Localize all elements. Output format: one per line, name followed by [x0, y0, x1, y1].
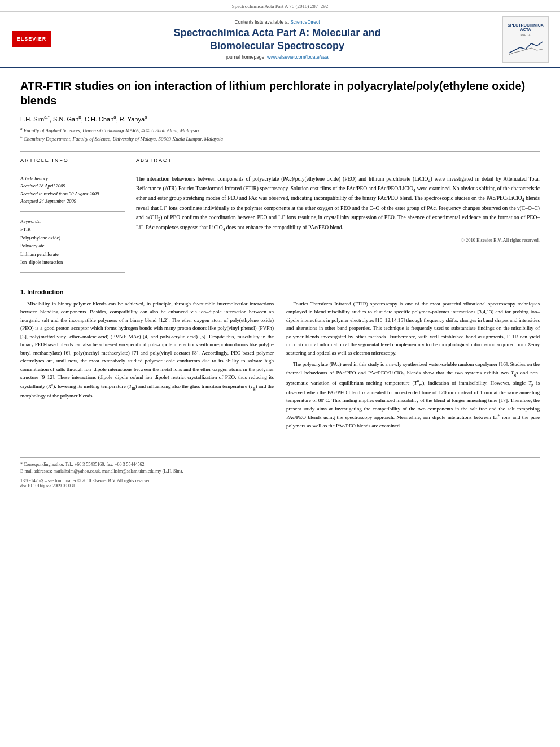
keyword-4: Lithium perchlorate	[20, 251, 59, 257]
email-addresses: marialhsim@yahoo.co.uk, marialhsim@salam…	[54, 469, 183, 474]
footer-bottom: 1386-1425/$ – see front matter © 2010 El…	[20, 478, 540, 488]
journal-title-line2: Biomolecular Spectroscopy	[210, 40, 344, 51]
keyword-3: Polyacrylate	[20, 243, 44, 248]
homepage-url[interactable]: www.elsevier.com/locate/saa	[267, 54, 329, 60]
abstract-text: The interaction behaviours between compo…	[136, 175, 540, 234]
article-history: Article history: Received 28 April 2009 …	[20, 175, 125, 206]
keyword-1: FTIR	[20, 226, 30, 232]
footer-doi: doi:10.1016/j.saa.2009.09.031	[20, 483, 540, 488]
intro-heading: 1. Introduction	[20, 289, 540, 295]
bottom-divider	[20, 272, 125, 273]
abstract-heading: ABSTRACT	[136, 158, 540, 163]
journal-logo-right: SPECTROCHIMICAACTA PART A	[500, 16, 551, 63]
intro-left-text: Miscibility in binary polymer blends can…	[20, 300, 274, 400]
sciencedirect-link[interactable]: ScienceDirect	[290, 19, 320, 25]
intro-right-text: Fourier Transform Infrared (FTIR) spectr…	[286, 300, 540, 430]
spectro-chart	[509, 39, 542, 56]
introduction-section: 1. Introduction Miscibility in binary po…	[20, 289, 540, 430]
abstract-divider	[136, 169, 540, 169]
spectro-badge-title: SPECTROCHIMICAACTA	[508, 23, 544, 33]
article-info-divider	[20, 169, 125, 169]
article-content: ATR-FTIR studies on ion interaction of l…	[0, 68, 560, 440]
corresponding-note: * Corresponding author. Tel.: +60 3 5543…	[20, 462, 145, 467]
divider	[20, 151, 540, 152]
intro-columns: Miscibility in binary polymer blends can…	[20, 300, 540, 430]
keyword-5: Ion–dipole interaction	[20, 259, 63, 265]
journal-title: Spectrochimica Acta Part A: Molecular an…	[174, 27, 381, 53]
elsevier-label: ELSEVIER	[17, 36, 47, 42]
footer-corresponding: * Corresponding author. Tel.: +60 3 5543…	[20, 461, 540, 475]
contents-line: Contents lists available at ScienceDirec…	[234, 19, 320, 25]
article-info-heading: ARTICLE INFO	[20, 158, 125, 163]
spectro-badge-sub: PART A	[520, 33, 530, 37]
journal-homepage: journal homepage: www.elsevier.com/locat…	[226, 54, 328, 60]
intro-right-col: Fourier Transform Infrared (FTIR) spectr…	[286, 300, 540, 430]
journal-title-line1: Spectrochimica Acta Part A: Molecular an…	[174, 27, 381, 38]
abstract-col: ABSTRACT The interaction behaviours betw…	[136, 158, 540, 278]
spectro-badge: SPECTROCHIMICAACTA PART A	[502, 16, 549, 63]
footer-issn: 1386-1425/$ – see front matter © 2010 El…	[20, 478, 540, 483]
journal-header: ELSEVIER Contents lists available at Sci…	[0, 12, 560, 68]
affiliations: a Faculty of Applied Sciences, Universit…	[20, 126, 540, 143]
accepted-date: Accepted 24 September 2009	[20, 198, 76, 204]
intro-left-col: Miscibility in binary polymer blends can…	[20, 300, 274, 430]
elsevier-logo: ELSEVIER	[12, 31, 51, 47]
revised-date: Received in revised form 30 August 2009	[20, 191, 99, 196]
authors: L.H. Sima,*, S.N. Ganb, C.H. Chana, R. Y…	[20, 115, 540, 123]
copyright-line: © 2010 Elsevier B.V. All rights reserved…	[136, 237, 540, 243]
page: Spectrochimica Acta Part A 76 (2010) 287…	[0, 0, 560, 747]
top-bar: Spectrochimica Acta Part A 76 (2010) 287…	[0, 0, 560, 12]
keywords-heading: Keywords:	[20, 219, 41, 224]
journal-citation: Spectrochimica Acta Part A 76 (2010) 287…	[232, 3, 328, 9]
article-meta-section: ARTICLE INFO Article history: Received 2…	[20, 158, 540, 278]
keywords-divider	[20, 211, 125, 212]
homepage-label: journal homepage:	[226, 54, 265, 60]
keywords-block: Keywords: FTIR Poly(ethylene oxide) Poly…	[20, 217, 125, 267]
article-title: ATR-FTIR studies on ion interaction of l…	[20, 78, 540, 108]
history-label: Article history:	[20, 176, 50, 181]
keyword-2: Poly(ethylene oxide)	[20, 235, 60, 241]
journal-logo-left: ELSEVIER	[9, 16, 54, 63]
footer-section: * Corresponding author. Tel.: +60 3 5543…	[20, 457, 540, 488]
contents-text: Contents lists available at	[234, 19, 288, 25]
email-label: E-mail addresses:	[20, 469, 53, 474]
journal-center: Contents lists available at ScienceDirec…	[60, 16, 495, 63]
received-date: Received 28 April 2009	[20, 183, 65, 189]
article-info-col: ARTICLE INFO Article history: Received 2…	[20, 158, 125, 278]
